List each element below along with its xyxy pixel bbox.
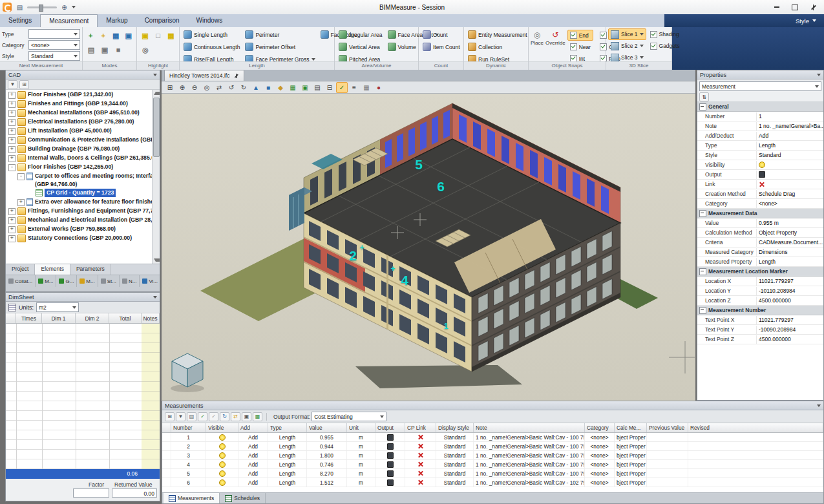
property-row[interactable]: Output [697, 170, 823, 180]
cad-view-tab[interactable]: Parameters [70, 264, 111, 275]
column-header[interactable]: Number [171, 423, 206, 432]
output-icon[interactable] [387, 443, 394, 450]
tree-item[interactable]: + Floor Finishes (GBP 121,342.00) [6, 90, 160, 100]
tree-item[interactable]: - Floor Finishes (GBP 142,265.00) [6, 163, 160, 172]
tree-item[interactable]: + Mechanical Installations (GBP 495,510.… [6, 109, 160, 118]
measurement-row[interactable]: 5 Add Length 8.270 m Standard 1 no. _nam… [162, 469, 823, 478]
panel-menu-caret-icon[interactable] [153, 74, 157, 76]
visible-bulb-icon[interactable] [219, 443, 226, 450]
slice-button[interactable]: Slice 1 [608, 28, 646, 40]
edit-mode-icon[interactable]: ▣ [123, 30, 134, 41]
property-row[interactable]: Number 1 [697, 112, 823, 121]
ribbon-tab[interactable]: Measurement [40, 14, 98, 27]
highlight-all-icon[interactable]: ▦ [165, 30, 176, 41]
column-header[interactable]: Total [109, 313, 142, 323]
column-header[interactable]: Category [585, 423, 615, 432]
properties-group-header[interactable]: Measurement Number [697, 306, 823, 315]
spin-icon[interactable]: ↻ [238, 82, 249, 93]
dim-other-icon[interactable]: ◎ [140, 44, 151, 56]
collapse-icon[interactable] [699, 210, 706, 217]
tree-item[interactable]: + Building Drainage (GBP 76,080.00) [6, 145, 160, 154]
column-header[interactable]: Notes [142, 313, 160, 323]
property-row[interactable]: Location Y -10110.208984 [697, 286, 823, 296]
tree-expander-icon[interactable]: + [8, 235, 16, 242]
property-row[interactable]: Text Point Y -10090.208984 [697, 325, 823, 335]
property-row[interactable]: Visibility [697, 160, 823, 170]
wireframe-icon[interactable]: ▦ [287, 82, 299, 93]
snap-toggle[interactable]: Near [567, 41, 593, 52]
ribbon-button[interactable]: Irregular Area [337, 28, 385, 41]
visible-bulb-icon[interactable] [219, 452, 226, 459]
property-row[interactable]: Location Z 4500.000000 [697, 296, 823, 306]
ribbon-tab[interactable]: Markup [98, 14, 136, 27]
tree-expander-icon[interactable]: + [8, 110, 16, 117]
cp-link-cross-icon[interactable] [417, 434, 423, 440]
column-header[interactable]: Visible [206, 423, 238, 432]
layers-icon[interactable]: ≡ [348, 82, 360, 93]
viewport-3d-canvas[interactable]: 56241++ [162, 94, 695, 402]
tree-item[interactable]: + Internal Walls, Doors & Ceilings (GBP … [6, 154, 160, 163]
highlight-on-icon[interactable]: ▣ [140, 30, 151, 41]
property-row[interactable]: Add/Deduct Add [697, 131, 823, 141]
maximize-button[interactable] [787, 2, 803, 12]
ribbon-button[interactable]: Count [421, 28, 461, 41]
notes-column[interactable] [142, 324, 160, 469]
navigation-cube[interactable] [171, 353, 204, 392]
column-header[interactable]: Dim 2 [76, 313, 109, 323]
cad-view-tab[interactable]: Project [6, 264, 35, 275]
tree-expander-icon[interactable]: + [8, 146, 16, 153]
visible-bulb-icon[interactable] [219, 461, 226, 468]
tree-expander-icon[interactable]: + [8, 119, 16, 126]
measure-mode-icon[interactable]: ✓ [336, 82, 348, 93]
field-select[interactable]: <none> [28, 40, 80, 50]
measurement-row[interactable]: 1 Add Length 0.955 m Standard 1 no. _nam… [162, 433, 823, 442]
override-snap-button[interactable]: ↺ Override [545, 28, 565, 64]
ribbon-button[interactable]: Vertical Area [337, 41, 385, 53]
column-header[interactable]: Previous Value [647, 423, 688, 432]
docked-panel-tab[interactable]: St... [98, 275, 120, 287]
cad-view-tab[interactable]: Elements [35, 264, 70, 275]
close-button[interactable] [805, 2, 821, 12]
units-select[interactable]: m2 [36, 302, 79, 312]
cp-link-cross-icon[interactable] [417, 452, 423, 458]
property-row[interactable]: Location X 11021.779297 [697, 277, 823, 286]
scrollbar-thumb[interactable] [153, 98, 160, 157]
ribbon-button[interactable]: Collection [466, 41, 526, 53]
goto-icon[interactable]: ⇄ [231, 412, 240, 421]
tree-expander-icon[interactable]: + [8, 217, 16, 224]
minimize-button[interactable] [768, 2, 785, 12]
tree-expander-icon[interactable]: + [8, 155, 16, 162]
slice-toggle[interactable]: Gadgets [648, 40, 682, 52]
properties-group-header[interactable]: Measurement Data [697, 209, 823, 218]
check-all-icon[interactable]: ✓ [198, 412, 207, 421]
tree-item[interactable]: + Communication & Protective Installatio… [6, 136, 160, 145]
cp-link-cross-icon[interactable] [417, 470, 423, 476]
property-row[interactable]: Value 0.955 m [697, 218, 823, 228]
output-icon[interactable] [387, 461, 394, 468]
uncheck-all-icon[interactable]: ✓ [209, 412, 218, 421]
zoom-reset-icon[interactable]: ⊕ [59, 3, 69, 12]
capture-icon[interactable]: ● [373, 82, 385, 93]
tree-item[interactable]: + Statutory Connections (GBP 20,000.00) [6, 234, 160, 243]
column-header[interactable]: Revised [688, 423, 823, 432]
sort-icon[interactable]: ⇅ [699, 92, 709, 101]
column-header[interactable]: Value [307, 423, 347, 432]
panel-menu-caret-icon[interactable] [817, 74, 821, 76]
field-select[interactable] [28, 29, 80, 39]
column-header[interactable]: Unit [347, 423, 375, 432]
row-selector-cell[interactable] [162, 433, 171, 441]
property-row[interactable]: Link [697, 180, 823, 189]
collapse-icon[interactable] [699, 268, 706, 275]
tree-expander-icon[interactable]: - [17, 173, 25, 180]
pan-icon[interactable]: ⇄ [213, 82, 225, 93]
tree-expander-icon[interactable]: + [8, 128, 16, 135]
orbit-icon[interactable]: ↺ [226, 82, 237, 93]
column-header[interactable]: Note [474, 423, 585, 432]
property-row[interactable]: Measured Property Length [697, 257, 823, 267]
tree-expander-icon[interactable]: + [8, 226, 16, 233]
column-header[interactable]: Calc Me... [615, 423, 647, 432]
building-model-svg[interactable] [162, 94, 695, 402]
property-row[interactable]: Note 1 no. _name!General>Ba... [697, 121, 823, 131]
quick-access-caret-icon[interactable] [72, 6, 76, 8]
save-icon[interactable]: ▤ [15, 3, 25, 12]
